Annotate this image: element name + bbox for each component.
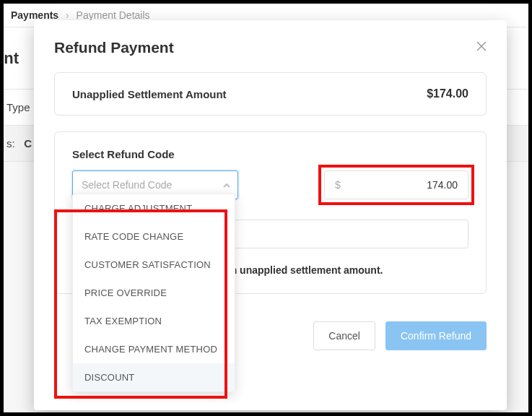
refund-amount-value: 174.00 (427, 179, 458, 191)
settlement-card: Unapplied Settlement Amount $174.00 (54, 72, 487, 116)
refund-code-option[interactable]: CUSTOMER SATISFACTION (73, 251, 235, 279)
refund-code-option[interactable]: RATE CODE CHANGE (73, 222, 235, 251)
bg-c-label: C (24, 137, 32, 150)
page-title-fragment: ent (0, 49, 19, 67)
confirm-refund-button[interactable]: Confirm Refund (385, 321, 487, 350)
refund-code-option[interactable]: DISCOUNT (73, 363, 235, 391)
chevron-up-icon (222, 181, 231, 192)
refund-form-card: Select Refund Code Select Refund Code $ (54, 131, 487, 294)
chevron-right-icon: › (66, 9, 69, 21)
currency-symbol: $ (335, 179, 341, 191)
breadcrumb-current: Payment Details (77, 9, 150, 21)
settlement-label: Unapplied Settlement Amount (72, 88, 227, 100)
refund-modal: Refund Payment Unapplied Settlement Amou… (34, 20, 507, 410)
refund-code-option[interactable]: TAX EXEMPTION (73, 307, 235, 335)
refund-code-label: Select Refund Code (72, 148, 468, 160)
bg-type-label: Type (6, 101, 30, 113)
refund-code-option[interactable]: PRICE OVERRIDE (73, 279, 235, 307)
close-icon[interactable] (476, 41, 487, 54)
refund-code-option[interactable]: CHARGE ADJUSTMENT (73, 194, 235, 222)
refund-amount-input[interactable]: $ 174.00 (324, 170, 468, 199)
refund-code-dropdown: CHARGE ADJUSTMENT RATE CODE CHANGE CUSTO… (72, 194, 235, 392)
refund-code-placeholder: Select Refund Code (82, 179, 172, 191)
cancel-button[interactable]: Cancel (313, 321, 375, 350)
modal-title: Refund Payment (54, 39, 174, 56)
settlement-amount: $174.00 (427, 87, 468, 100)
breadcrumb-root[interactable]: Payments (11, 9, 58, 21)
refund-code-option[interactable]: CHANGE PAYMENT METHOD (73, 335, 235, 363)
bg-s-label: s: (6, 137, 15, 150)
